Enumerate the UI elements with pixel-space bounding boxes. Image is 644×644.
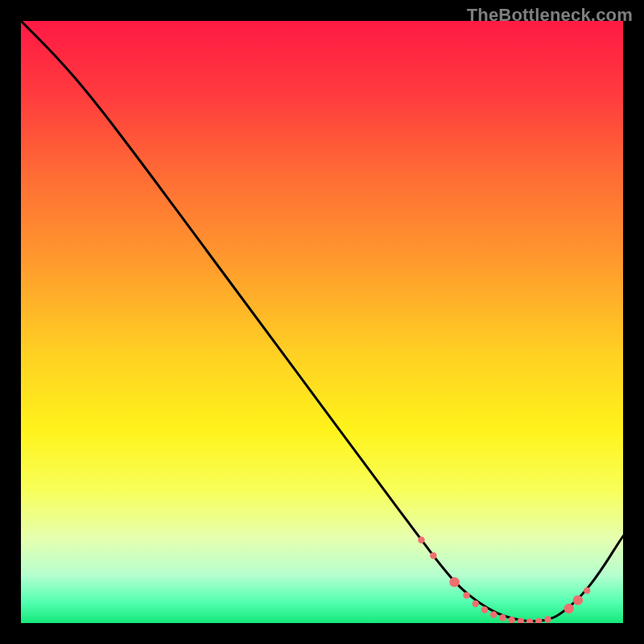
curve-marker: [449, 577, 459, 587]
curve-marker: [499, 614, 506, 621]
curve-marker: [473, 601, 479, 607]
gradient-background: [21, 21, 623, 623]
curve-marker: [490, 611, 497, 617]
plot-frame: [21, 21, 623, 623]
curve-marker: [481, 606, 488, 613]
curve-marker: [564, 604, 573, 613]
curve-marker: [430, 552, 436, 559]
curve-marker: [418, 537, 424, 543]
bottleneck-chart: [21, 21, 623, 623]
curve-marker: [584, 587, 590, 593]
curve-marker: [463, 592, 469, 598]
watermark-label: TheBottleneck.com: [467, 5, 633, 26]
curve-marker: [573, 595, 583, 605]
curve-marker: [544, 616, 551, 622]
